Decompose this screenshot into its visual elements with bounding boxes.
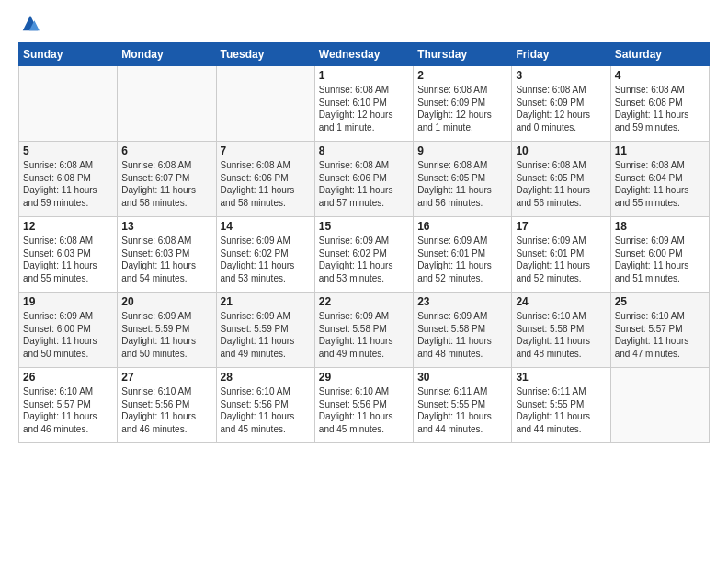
day-info: Sunrise: 6:09 AM Sunset: 5:59 PM Dayligh… — [221, 310, 311, 360]
day-number: 28 — [221, 371, 311, 384]
day-info: Sunrise: 6:11 AM Sunset: 5:55 PM Dayligh… — [417, 385, 507, 435]
header-sunday: Sunday — [19, 43, 118, 66]
calendar-cell: 20Sunrise: 6:09 AM Sunset: 5:59 PM Dayli… — [118, 293, 216, 368]
calendar-cell: 2Sunrise: 6:08 AM Sunset: 6:09 PM Daylig… — [414, 66, 512, 142]
calendar-cell — [216, 66, 314, 142]
day-number: 31 — [516, 371, 606, 384]
header-tuesday: Tuesday — [216, 43, 314, 66]
day-number: 13 — [121, 220, 211, 233]
day-info: Sunrise: 6:09 AM Sunset: 5:59 PM Dayligh… — [121, 310, 211, 360]
day-number: 22 — [319, 295, 409, 308]
day-number: 1 — [319, 69, 409, 82]
day-number: 15 — [319, 220, 409, 233]
day-info: Sunrise: 6:10 AM Sunset: 5:56 PM Dayligh… — [319, 385, 409, 435]
day-number: 12 — [23, 220, 113, 233]
day-info: Sunrise: 6:09 AM Sunset: 6:00 PM Dayligh… — [615, 235, 705, 284]
day-number: 9 — [417, 144, 507, 157]
header-friday: Friday — [512, 43, 610, 66]
day-info: Sunrise: 6:08 AM Sunset: 6:04 PM Dayligh… — [615, 159, 705, 209]
day-number: 10 — [516, 144, 606, 157]
calendar-cell: 3Sunrise: 6:08 AM Sunset: 6:09 PM Daylig… — [512, 66, 610, 142]
day-info: Sunrise: 6:09 AM Sunset: 6:02 PM Dayligh… — [221, 235, 311, 284]
calendar-week-row: 5Sunrise: 6:08 AM Sunset: 6:08 PM Daylig… — [19, 142, 710, 217]
calendar-cell: 17Sunrise: 6:09 AM Sunset: 6:01 PM Dayli… — [512, 217, 610, 293]
logo — [18, 17, 40, 33]
day-info: Sunrise: 6:10 AM Sunset: 5:58 PM Dayligh… — [516, 310, 606, 360]
day-info: Sunrise: 6:08 AM Sunset: 6:06 PM Dayligh… — [221, 159, 311, 209]
day-info: Sunrise: 6:08 AM Sunset: 6:03 PM Dayligh… — [121, 235, 211, 284]
day-number: 7 — [221, 144, 311, 157]
day-number: 21 — [221, 295, 311, 308]
day-number: 16 — [417, 220, 507, 233]
calendar-cell: 25Sunrise: 6:10 AM Sunset: 5:57 PM Dayli… — [610, 293, 709, 368]
calendar-cell: 11Sunrise: 6:08 AM Sunset: 6:04 PM Dayli… — [610, 142, 709, 217]
calendar-cell: 4Sunrise: 6:08 AM Sunset: 6:08 PM Daylig… — [610, 66, 709, 142]
day-info: Sunrise: 6:08 AM Sunset: 6:05 PM Dayligh… — [516, 159, 606, 209]
calendar-cell: 6Sunrise: 6:08 AM Sunset: 6:07 PM Daylig… — [118, 142, 216, 217]
calendar-cell: 12Sunrise: 6:08 AM Sunset: 6:03 PM Dayli… — [19, 217, 118, 293]
calendar-cell: 21Sunrise: 6:09 AM Sunset: 5:59 PM Dayli… — [216, 293, 314, 368]
day-info: Sunrise: 6:10 AM Sunset: 5:57 PM Dayligh… — [23, 385, 113, 435]
calendar-cell: 9Sunrise: 6:08 AM Sunset: 6:05 PM Daylig… — [414, 142, 512, 217]
calendar-cell: 8Sunrise: 6:08 AM Sunset: 6:06 PM Daylig… — [314, 142, 413, 217]
day-number: 23 — [417, 295, 507, 308]
calendar-cell: 18Sunrise: 6:09 AM Sunset: 6:00 PM Dayli… — [610, 217, 709, 293]
day-number: 3 — [516, 69, 606, 82]
header-saturday: Saturday — [610, 43, 709, 66]
day-number: 2 — [417, 69, 507, 82]
calendar-cell: 23Sunrise: 6:09 AM Sunset: 5:58 PM Dayli… — [414, 293, 512, 368]
day-number: 19 — [23, 295, 113, 308]
calendar-cell: 30Sunrise: 6:11 AM Sunset: 5:55 PM Dayli… — [414, 368, 512, 443]
day-info: Sunrise: 6:08 AM Sunset: 6:06 PM Dayligh… — [319, 159, 409, 209]
header-monday: Monday — [118, 43, 216, 66]
day-info: Sunrise: 6:10 AM Sunset: 5:57 PM Dayligh… — [615, 310, 705, 360]
day-number: 5 — [23, 144, 113, 157]
calendar-cell: 29Sunrise: 6:10 AM Sunset: 5:56 PM Dayli… — [314, 368, 413, 443]
day-number: 26 — [23, 371, 113, 384]
day-number: 8 — [319, 144, 409, 157]
header-wednesday: Wednesday — [314, 43, 413, 66]
day-number: 20 — [121, 295, 211, 308]
day-info: Sunrise: 6:08 AM Sunset: 6:05 PM Dayligh… — [417, 159, 507, 209]
calendar-table: SundayMondayTuesdayWednesdayThursdayFrid… — [18, 42, 710, 443]
day-number: 17 — [516, 220, 606, 233]
day-info: Sunrise: 6:08 AM Sunset: 6:08 PM Dayligh… — [23, 159, 113, 209]
calendar-cell: 1Sunrise: 6:08 AM Sunset: 6:10 PM Daylig… — [314, 66, 413, 142]
calendar-cell — [610, 368, 709, 443]
calendar-week-row: 19Sunrise: 6:09 AM Sunset: 6:00 PM Dayli… — [19, 293, 710, 368]
calendar-cell: 31Sunrise: 6:11 AM Sunset: 5:55 PM Dayli… — [512, 368, 610, 443]
day-number: 25 — [615, 295, 705, 308]
day-info: Sunrise: 6:09 AM Sunset: 6:02 PM Dayligh… — [319, 235, 409, 284]
day-info: Sunrise: 6:08 AM Sunset: 6:03 PM Dayligh… — [23, 235, 113, 284]
day-info: Sunrise: 6:08 AM Sunset: 6:09 PM Dayligh… — [516, 84, 606, 133]
day-number: 27 — [121, 371, 211, 384]
day-info: Sunrise: 6:09 AM Sunset: 6:01 PM Dayligh… — [516, 235, 606, 284]
day-number: 6 — [121, 144, 211, 157]
calendar-cell: 28Sunrise: 6:10 AM Sunset: 5:56 PM Dayli… — [216, 368, 314, 443]
day-number: 30 — [417, 371, 507, 384]
day-info: Sunrise: 6:08 AM Sunset: 6:10 PM Dayligh… — [319, 84, 409, 133]
calendar-cell: 15Sunrise: 6:09 AM Sunset: 6:02 PM Dayli… — [314, 217, 413, 293]
day-info: Sunrise: 6:08 AM Sunset: 6:09 PM Dayligh… — [417, 84, 507, 133]
calendar-cell — [118, 66, 216, 142]
calendar-cell: 27Sunrise: 6:10 AM Sunset: 5:56 PM Dayli… — [118, 368, 216, 443]
day-info: Sunrise: 6:09 AM Sunset: 6:01 PM Dayligh… — [417, 235, 507, 284]
calendar-cell: 22Sunrise: 6:09 AM Sunset: 5:58 PM Dayli… — [314, 293, 413, 368]
day-info: Sunrise: 6:08 AM Sunset: 6:08 PM Dayligh… — [615, 84, 705, 133]
day-number: 14 — [221, 220, 311, 233]
day-info: Sunrise: 6:11 AM Sunset: 5:55 PM Dayligh… — [516, 385, 606, 435]
day-info: Sunrise: 6:09 AM Sunset: 5:58 PM Dayligh… — [417, 310, 507, 360]
calendar-cell: 24Sunrise: 6:10 AM Sunset: 5:58 PM Dayli… — [512, 293, 610, 368]
day-number: 4 — [615, 69, 705, 82]
day-info: Sunrise: 6:09 AM Sunset: 5:58 PM Dayligh… — [319, 310, 409, 360]
day-info: Sunrise: 6:08 AM Sunset: 6:07 PM Dayligh… — [121, 159, 211, 209]
header-thursday: Thursday — [414, 43, 512, 66]
header — [18, 17, 710, 33]
day-number: 29 — [319, 371, 409, 384]
calendar-week-row: 26Sunrise: 6:10 AM Sunset: 5:57 PM Dayli… — [19, 368, 710, 443]
calendar-cell: 10Sunrise: 6:08 AM Sunset: 6:05 PM Dayli… — [512, 142, 610, 217]
calendar-cell: 7Sunrise: 6:08 AM Sunset: 6:06 PM Daylig… — [216, 142, 314, 217]
calendar-cell: 5Sunrise: 6:08 AM Sunset: 6:08 PM Daylig… — [19, 142, 118, 217]
day-number: 18 — [615, 220, 705, 233]
day-info: Sunrise: 6:09 AM Sunset: 6:00 PM Dayligh… — [23, 310, 113, 360]
